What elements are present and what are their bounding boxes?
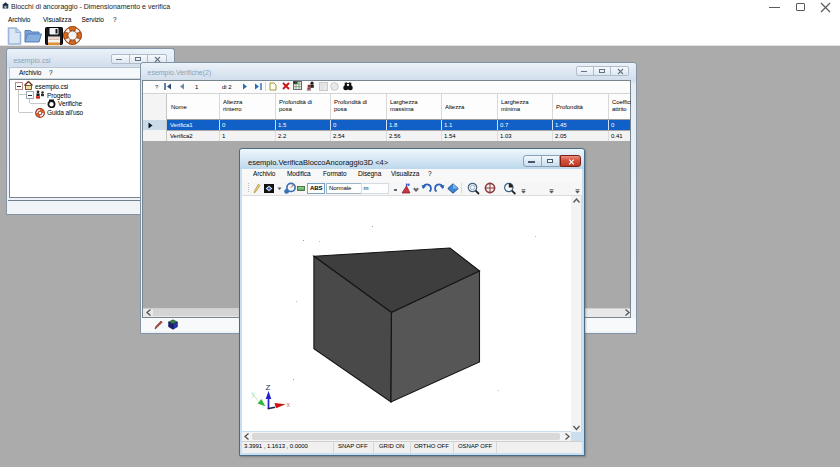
svg-text:x: x	[287, 401, 291, 408]
svg-text:y: y	[252, 390, 256, 398]
svg-text:Z: Z	[266, 383, 271, 392]
